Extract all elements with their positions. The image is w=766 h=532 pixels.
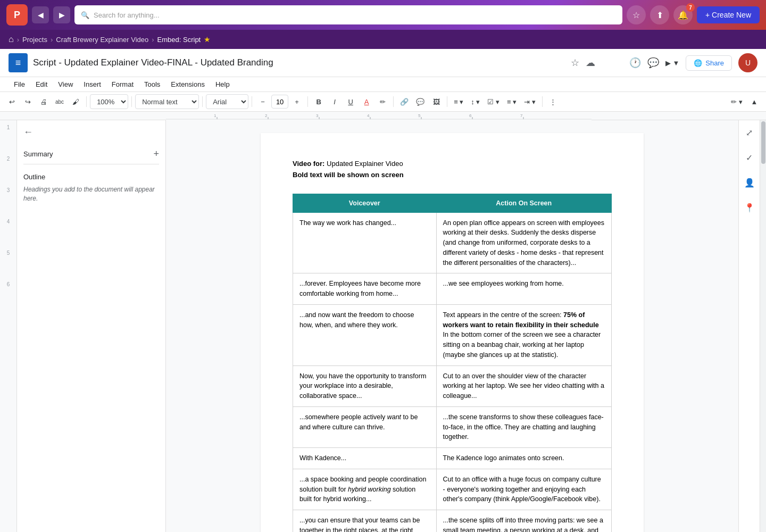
indent-button[interactable]: ⇥ ▾: [521, 94, 539, 109]
checklist-button[interactable]: ☑ ▾: [484, 94, 503, 109]
check-panel-icon[interactable]: ✓: [743, 149, 756, 166]
italic-button[interactable]: I: [327, 94, 342, 109]
menu-help[interactable]: Help: [210, 78, 235, 90]
forward-button[interactable]: ▶: [53, 6, 70, 23]
doc-intro: Video for: Updated Explainer Video Bold …: [293, 159, 612, 181]
outline-hint: Headings you add to the document will ap…: [23, 185, 159, 203]
breadcrumb-star[interactable]: ★: [204, 35, 211, 44]
menu-extensions[interactable]: Extensions: [165, 78, 210, 90]
expand-panel-icon[interactable]: ⤢: [743, 124, 756, 141]
doc-menu-bar: File Edit View Insert Format Tools Exten…: [0, 77, 766, 92]
star-button[interactable]: ☆: [627, 5, 646, 24]
col-voiceover: Voiceover: [293, 194, 437, 212]
spellcheck-button[interactable]: abc: [52, 94, 67, 109]
font-size-input[interactable]: [271, 95, 288, 109]
notifications-button[interactable]: 🔔 7: [673, 5, 693, 24]
history-icon[interactable]: 🕐: [629, 57, 641, 69]
svg-rect-0: [166, 112, 592, 120]
scroll-thumb[interactable]: [761, 121, 765, 164]
align-button[interactable]: ≡ ▾: [451, 94, 467, 109]
ruler-mark-2: 2: [7, 156, 10, 162]
video-icon[interactable]: ▶ ▼: [665, 59, 679, 67]
decrease-font-button[interactable]: −: [255, 94, 270, 109]
comment-toolbar-button[interactable]: 💬: [413, 94, 428, 109]
action-cell: ...we see employees working from home.: [436, 273, 611, 305]
font-select[interactable]: Arial: [206, 94, 248, 109]
sidebar-back-button[interactable]: ←: [23, 127, 159, 138]
back-button[interactable]: ◀: [32, 6, 49, 23]
breadcrumb-video[interactable]: Craft Brewery Explainer Video: [56, 36, 148, 44]
expand-button[interactable]: ▲: [747, 94, 762, 109]
menu-edit[interactable]: Edit: [30, 78, 53, 90]
menu-file[interactable]: File: [9, 78, 30, 90]
user-avatar[interactable]: U: [738, 53, 757, 72]
share-nav-button[interactable]: ⬆: [650, 5, 669, 24]
menu-tools[interactable]: Tools: [139, 78, 165, 90]
style-select[interactable]: Normal text Heading 1 Heading 2: [135, 94, 199, 109]
location-panel-icon[interactable]: 📍: [741, 200, 758, 216]
share-button[interactable]: 🌐 Share: [686, 55, 732, 71]
table-row: ...forever. Employees have become more c…: [293, 273, 612, 305]
menu-view[interactable]: View: [53, 78, 78, 90]
voiceover-cell: ...you can ensure that your teams can be…: [293, 510, 437, 532]
table-row: With Kadence...The Kadence logo animates…: [293, 448, 612, 469]
doc-cloud-icon[interactable]: ☁: [586, 57, 595, 69]
doc-title[interactable]: Script - Updated Explainer Video-FINAL -…: [33, 57, 565, 68]
line-spacing-button[interactable]: ↕ ▾: [468, 94, 483, 109]
list-button[interactable]: ≡ ▾: [504, 94, 520, 109]
home-icon[interactable]: ⌂: [9, 35, 14, 44]
more-options-button[interactable]: ⋮: [546, 94, 561, 109]
toolbar-sep-4: [252, 96, 252, 107]
breadcrumb-current[interactable]: Embed: Script: [157, 36, 201, 44]
link-button[interactable]: 🔗: [397, 94, 412, 109]
svg-text:1: 1: [214, 113, 217, 118]
ruler-mark-6: 6: [7, 281, 10, 287]
doc-star-icon[interactable]: ☆: [571, 57, 579, 69]
menu-format[interactable]: Format: [106, 78, 139, 90]
search-icon: 🔍: [81, 11, 89, 19]
intro-value-text: Updated Explainer Video: [327, 160, 403, 168]
toolbar-sep-7: [447, 96, 447, 107]
share-globe-icon: 🌐: [694, 59, 702, 67]
app-logo[interactable]: P: [6, 4, 28, 26]
underline-button[interactable]: U: [343, 94, 358, 109]
svg-text:2: 2: [265, 113, 268, 118]
comment-icon[interactable]: 💬: [647, 57, 659, 69]
redo-button[interactable]: ↪: [20, 94, 35, 109]
action-cell: ...the scene splits off into three movin…: [436, 510, 611, 532]
bold-button[interactable]: B: [311, 94, 326, 109]
main-area: 1 2 3 4 5 6 ← Summary + Outline Headings…: [0, 120, 766, 532]
table-row: ...a space booking and people coordinati…: [293, 469, 612, 510]
action-cell: Cut to an over the shoulder view of the …: [436, 365, 611, 406]
increase-font-button[interactable]: +: [289, 94, 304, 109]
action-cell: An open plan office appears on screen wi…: [436, 212, 611, 273]
highlight-button[interactable]: ✏: [375, 94, 390, 109]
zoom-select[interactable]: 100% 75% 125%: [90, 94, 128, 109]
col-action: Action On Screen: [436, 194, 611, 212]
person-panel-icon[interactable]: 👤: [741, 174, 758, 191]
paint-format-button[interactable]: 🖌: [68, 94, 83, 109]
vertical-scrollbar[interactable]: [760, 120, 766, 532]
menu-insert[interactable]: Insert: [78, 78, 106, 90]
search-bar[interactable]: 🔍 Search for anything...: [74, 5, 622, 24]
action-cell: The Kadence logo animates onto screen.: [436, 448, 611, 469]
image-button[interactable]: 🖼: [429, 94, 444, 109]
toolbar-sep-8: [542, 96, 543, 107]
create-new-button[interactable]: + Create New: [697, 6, 760, 23]
action-cell: Text appears in the centre of the screen…: [436, 304, 611, 365]
print-button[interactable]: 🖨: [36, 94, 51, 109]
forward-icon: ▶: [59, 11, 65, 19]
breadcrumb-bar: ⌂ › Projects › Craft Brewery Explainer V…: [0, 30, 766, 49]
summary-add-button[interactable]: +: [153, 148, 159, 160]
breadcrumb-projects[interactable]: Projects: [22, 36, 47, 44]
toolbar-sep-6: [393, 96, 394, 107]
toolbar-sep-2: [131, 96, 132, 107]
document-area[interactable]: Video for: Updated Explainer Video Bold …: [166, 120, 738, 532]
font-color-button[interactable]: A: [359, 94, 374, 109]
back-icon: ◀: [38, 11, 44, 19]
undo-button[interactable]: ↩: [4, 94, 19, 109]
edit-mode-button[interactable]: ✏ ▾: [728, 94, 746, 109]
bell-icon: 🔔: [678, 10, 688, 20]
summary-title: Summary: [23, 150, 53, 158]
document-container: ≡ Script - Updated Explainer Video-FINAL…: [0, 49, 766, 532]
